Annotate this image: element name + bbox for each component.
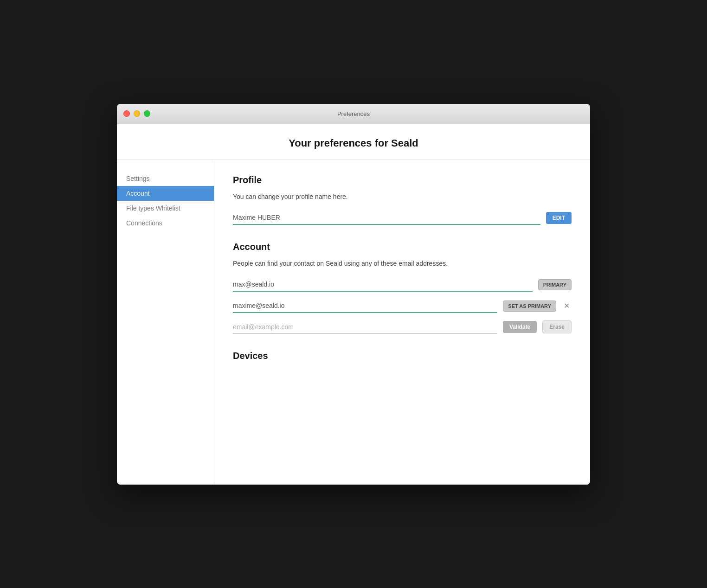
devices-title: Devices [233, 351, 572, 361]
main-content: Profile You can change your profile name… [214, 160, 590, 485]
remove-email-2-button[interactable]: ✕ [562, 301, 572, 310]
window-title: Preferences [337, 110, 370, 117]
sidebar-item-connections[interactable]: Connections [117, 216, 214, 230]
profile-section: Profile You can change your profile name… [233, 175, 572, 225]
validate-button[interactable]: Validate [503, 321, 537, 333]
profile-name-input[interactable] [233, 211, 540, 225]
erase-button[interactable]: Erase [542, 320, 572, 333]
account-title: Account [233, 242, 572, 252]
titlebar: Preferences [117, 104, 590, 124]
email-input-2[interactable] [233, 299, 497, 313]
profile-name-row: EDIT [233, 211, 572, 225]
sidebar-item-settings[interactable]: Settings [117, 171, 214, 186]
maximize-button[interactable] [144, 110, 150, 117]
email-row-3: Validate Erase [233, 320, 572, 334]
profile-title: Profile [233, 175, 572, 185]
account-description: People can find your contact on Seald us… [233, 259, 572, 268]
email-row-2: SET AS PRIMARY ✕ [233, 299, 572, 313]
page-title: Your preferences for Seald [117, 137, 590, 149]
account-section: Account People can find your contact on … [233, 242, 572, 334]
set-as-primary-button[interactable]: SET AS PRIMARY [503, 300, 556, 312]
sidebar-item-account[interactable]: Account [117, 186, 214, 201]
app-header: Your preferences for Seald [117, 124, 590, 160]
sidebar-item-file-types[interactable]: File types Whitelist [117, 201, 214, 216]
email-input-3[interactable] [233, 320, 497, 334]
sidebar: Settings Account File types Whitelist Co… [117, 160, 214, 485]
minimize-button[interactable] [134, 110, 140, 117]
primary-badge: PRIMARY [538, 279, 572, 290]
email-input-1[interactable] [233, 278, 533, 292]
profile-description: You can change your profile name here. [233, 192, 572, 202]
devices-section: Devices [233, 351, 572, 361]
content-area: Settings Account File types Whitelist Co… [117, 160, 590, 485]
close-button[interactable] [123, 110, 130, 117]
app-window: Preferences Your preferences for Seald S… [117, 104, 590, 485]
edit-button[interactable]: EDIT [546, 212, 572, 224]
traffic-lights [123, 110, 150, 117]
email-row-1: PRIMARY [233, 278, 572, 292]
